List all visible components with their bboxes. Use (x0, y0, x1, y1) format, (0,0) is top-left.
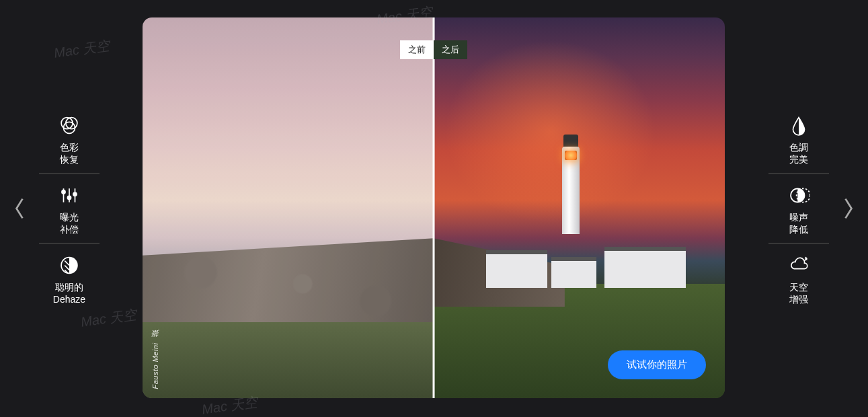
before-image (143, 17, 434, 398)
tool-color-restore[interactable]: 色彩 恢复 (39, 104, 100, 174)
chevron-right-icon (842, 195, 855, 222)
try-photo-button[interactable]: 试试你的照片 (608, 350, 706, 379)
svg-line-10 (65, 261, 69, 266)
tool-label: 聪明的 Dehaze (53, 282, 85, 305)
watermark: Mac 天空 (53, 36, 111, 62)
after-label: 之后 (434, 40, 467, 59)
svg-point-8 (73, 192, 77, 196)
sliders-icon (57, 184, 81, 208)
next-arrow[interactable] (841, 194, 856, 223)
tool-tone-perfect[interactable]: 色調 完美 (768, 104, 829, 174)
tool-label: 噪声 降低 (789, 212, 808, 235)
tool-label: 曝光 补偿 (60, 212, 79, 235)
svg-point-2 (64, 122, 75, 133)
prev-arrow[interactable] (12, 194, 27, 223)
right-tools-panel: 色調 完美 噪声 降低 天空 增强 (768, 104, 829, 313)
svg-line-11 (65, 266, 69, 270)
drop-icon (787, 114, 811, 138)
tool-label: 色彩 恢复 (60, 142, 79, 165)
dehaze-icon (57, 254, 81, 278)
tool-sky-enhance[interactable]: 天空 增强 (768, 244, 829, 313)
after-image (434, 17, 725, 398)
noise-icon (787, 184, 811, 208)
tool-exposure-comp[interactable]: 曝光 补偿 (39, 174, 100, 244)
photo-credit: Fausto Meini摄 (151, 342, 161, 389)
tool-label: 色調 完美 (789, 142, 808, 165)
cloud-icon (787, 254, 811, 278)
lighthouse-graphic (562, 147, 580, 234)
compare-preview[interactable]: 之前 之后 Fausto Meini摄 试试你的照片 (143, 17, 725, 398)
compare-labels: 之前 之后 (400, 40, 467, 59)
chevron-left-icon (13, 195, 26, 222)
compare-divider[interactable] (433, 17, 435, 398)
tool-label: 天空 增强 (789, 282, 808, 305)
svg-point-4 (62, 190, 65, 194)
color-restore-icon (57, 114, 81, 138)
svg-point-6 (67, 196, 71, 199)
tool-noise-reduce[interactable]: 噪声 降低 (768, 174, 829, 244)
before-label: 之前 (400, 40, 434, 59)
left-tools-panel: 色彩 恢复 曝光 补偿 聪明的 Dehaze (39, 104, 100, 313)
tool-smart-dehaze[interactable]: 聪明的 Dehaze (39, 244, 100, 313)
